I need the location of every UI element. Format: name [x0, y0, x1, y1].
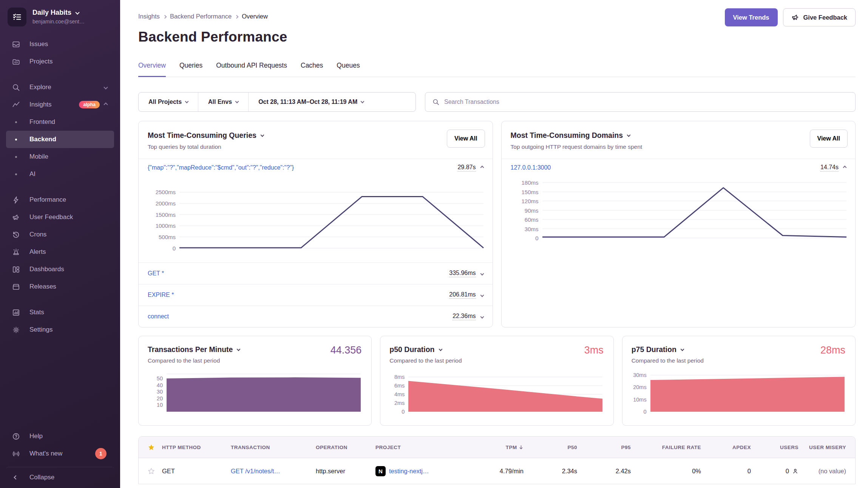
sidebar-item-label: User Feedback — [29, 213, 73, 221]
column-header-http-method[interactable]: HTTP METHOD — [161, 445, 229, 450]
sidebar-item-label: Crons — [29, 231, 46, 238]
favorite-toggle[interactable] — [139, 468, 161, 475]
p50-duration-card: p50 Duration Compared to the last period… — [380, 336, 613, 426]
project-link[interactable]: testing-nextj… — [389, 468, 429, 475]
sidebar-item-label: AI — [29, 170, 36, 178]
query-link[interactable]: connect — [148, 313, 169, 320]
tab-outbound-api-requests[interactable]: Outbound API Requests — [216, 62, 287, 77]
sort-descending-icon — [519, 445, 524, 450]
gear-icon — [11, 326, 20, 334]
sidebar-item-explore[interactable]: Explore — [6, 79, 114, 96]
search-icon — [11, 83, 20, 92]
query-duration-value[interactable]: 206.81ms — [449, 291, 476, 299]
sidebar-item-frontend[interactable]: Frontend — [6, 113, 114, 131]
tpm-value: 44.356 — [331, 344, 362, 356]
chevron-down-icon[interactable] — [237, 347, 241, 351]
domain-duration-value[interactable]: 14.74s — [820, 164, 839, 171]
sidebar-item-whats-new[interactable]: What's new 1 — [6, 445, 114, 462]
column-header-users[interactable]: USERS — [752, 445, 800, 450]
tab-overview[interactable]: Overview — [138, 62, 166, 77]
sidebar-item-label: Alerts — [29, 248, 46, 256]
org-switcher[interactable]: Daily Habits benjamin.coe@sent… — [0, 8, 120, 26]
sidebar-item-projects[interactable]: Projects — [6, 53, 114, 70]
view-trends-label: View Trends — [733, 14, 769, 21]
view-trends-button[interactable]: View Trends — [725, 8, 778, 26]
search-transactions-input[interactable] — [444, 99, 848, 105]
tpm-title: Transactions Per Minute — [148, 345, 233, 354]
chevron-down-icon — [75, 10, 79, 14]
query-duration-value[interactable]: 22.36ms — [453, 313, 476, 320]
column-header-p95[interactable]: P95 — [579, 445, 632, 450]
column-header-failure-rate[interactable]: FAILURE RATE — [632, 445, 703, 450]
column-header-tpm[interactable]: TPM — [469, 445, 525, 450]
sidebar-item-releases[interactable]: Releases — [6, 278, 114, 295]
column-header-apdex[interactable]: APDEX — [703, 445, 752, 450]
cell-user-misery: (no value) — [800, 468, 855, 475]
sidebar-item-issues[interactable]: Issues — [6, 36, 114, 53]
chevron-down-icon[interactable] — [680, 347, 684, 351]
sidebar-item-stats[interactable]: Stats — [6, 304, 114, 321]
sidebar-item-alerts[interactable]: Alerts — [6, 243, 114, 261]
transactions-table: HTTP METHOD TRANSACTION OPERATION PROJEC… — [138, 436, 856, 484]
breadcrumb-insights[interactable]: Insights — [138, 13, 160, 20]
query-duration-value[interactable]: 29.87s — [457, 164, 476, 171]
project-filter-dropdown[interactable]: All Projects — [139, 93, 198, 111]
domain-link[interactable]: 127.0.0.1:3000 — [511, 164, 551, 171]
sidebar-item-settings[interactable]: Settings — [6, 321, 114, 338]
chevron-down-icon[interactable] — [480, 315, 484, 318]
favorite-column-header[interactable] — [139, 444, 161, 451]
sidebar-item-label: Backend — [29, 136, 56, 143]
user-icon — [792, 468, 798, 474]
bullet-icon — [11, 139, 20, 141]
sidebar-item-performance[interactable]: Performance — [6, 191, 114, 208]
sidebar-item-label: Collapse — [29, 474, 54, 481]
table-row: GET GET /v1/notes/t… http.server N testi… — [139, 458, 855, 484]
transaction-link[interactable]: GET /v1/notes/t… — [229, 468, 314, 475]
sidebar-collapse-button[interactable]: Collapse — [6, 467, 114, 484]
breadcrumb-backend-performance[interactable]: Backend Performance — [170, 13, 232, 20]
environment-filter-dropdown[interactable]: All Envs — [198, 93, 249, 111]
column-header-operation[interactable]: OPERATION — [314, 445, 374, 450]
sidebar-item-help[interactable]: Help — [6, 428, 114, 445]
cell-users: 0 — [752, 468, 800, 475]
tab-queues[interactable]: Queues — [337, 62, 360, 77]
siren-icon — [11, 248, 20, 256]
domains-view-all-button[interactable]: View All — [810, 130, 848, 148]
query-duration-value[interactable]: 335.96ms — [449, 270, 476, 277]
chevron-down-icon[interactable] — [439, 347, 442, 351]
sidebar-item-mobile[interactable]: Mobile — [6, 148, 114, 165]
chevron-down-icon[interactable] — [480, 293, 484, 297]
chevron-up-icon[interactable] — [480, 166, 484, 170]
queries-panel-title: Most Time-Consuming Queries — [148, 131, 256, 140]
column-header-user-misery[interactable]: USER MISERY — [800, 445, 855, 450]
column-header-transaction[interactable]: TRANSACTION — [229, 445, 314, 450]
sidebar-item-insights[interactable]: Insights alpha — [6, 96, 114, 113]
chevron-up-icon[interactable] — [843, 166, 847, 170]
date-range-dropdown[interactable]: Oct 28, 11:13 AM–Oct 28, 11:19 AM — [249, 93, 415, 111]
column-header-project[interactable]: PROJECT — [374, 445, 469, 450]
sidebar-item-ai[interactable]: AI — [6, 165, 114, 183]
chevron-up-icon — [103, 102, 108, 107]
give-feedback-button[interactable]: Give Feedback — [783, 8, 856, 26]
tab-caches[interactable]: Caches — [301, 62, 323, 77]
chevron-down-icon[interactable] — [480, 272, 484, 275]
sidebar-item-crons[interactable]: Crons — [6, 226, 114, 243]
bullet-icon — [11, 173, 20, 175]
query-link[interactable]: GET * — [148, 270, 164, 277]
tab-queries[interactable]: Queries — [179, 62, 202, 77]
query-link[interactable]: EXPIRE * — [148, 292, 174, 298]
sidebar-item-label: Projects — [29, 58, 53, 65]
sidebar-item-label: Stats — [29, 309, 44, 316]
queries-view-all-button[interactable]: View All — [447, 130, 485, 148]
cell-http-method: GET — [161, 468, 229, 475]
page-title: Backend Performance — [138, 29, 856, 45]
column-header-p50[interactable]: P50 — [525, 445, 579, 450]
query-link[interactable]: {"map":"?","mapReduce":"$cmd","out":"?",… — [148, 164, 294, 171]
sidebar-item-backend[interactable]: Backend — [6, 131, 114, 148]
sidebar-item-dashboards[interactable]: Dashboards — [6, 261, 114, 278]
org-email: benjamin.coe@sent… — [32, 19, 85, 25]
chevron-down-icon[interactable] — [260, 133, 264, 137]
tpm-header-label: TPM — [506, 445, 517, 450]
sidebar-item-user-feedback[interactable]: User Feedback — [6, 208, 114, 226]
chevron-down-icon[interactable] — [627, 133, 631, 137]
